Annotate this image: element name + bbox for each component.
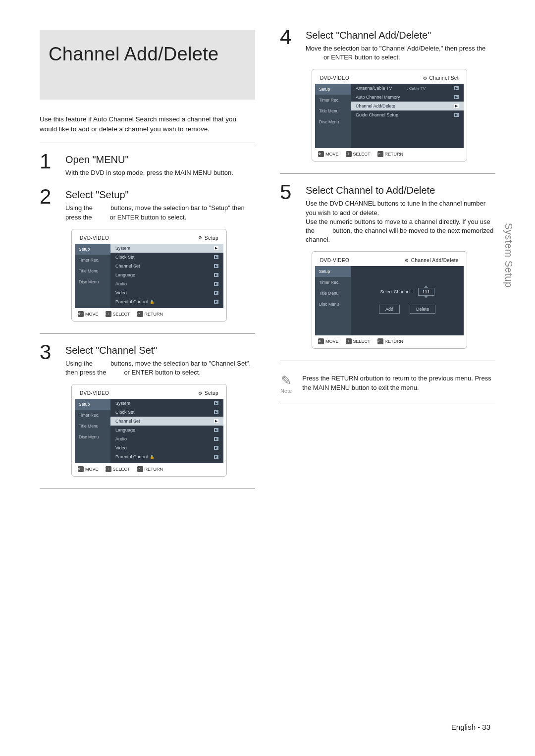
step-desc: Using thebuttons, move the selection bar… xyxy=(65,204,255,221)
osd-side-item[interactable]: Disc Menu xyxy=(75,276,110,287)
osd-side-item[interactable]: Timer Rec. xyxy=(315,277,351,288)
dpad-icon: ✥ xyxy=(78,311,84,317)
chevron-right-icon: ▶ xyxy=(454,104,459,108)
section-tab: System Setup xyxy=(503,223,514,288)
step-desc: With the DVD in stop mode, press the MAI… xyxy=(65,168,255,177)
gear-icon: ⚙ xyxy=(198,235,202,240)
add-button[interactable]: Add xyxy=(379,305,400,314)
osd-side-item[interactable]: Disc Menu xyxy=(315,299,351,310)
chevron-right-icon: ▶ xyxy=(214,300,218,304)
chevron-right-icon: ▶ xyxy=(454,113,459,117)
osd-item-chadddel[interactable]: Channel Add/Delete▶ xyxy=(351,102,464,110)
osd-sidebar: Setup Timer Rec. Title Menu Disc Menu xyxy=(75,244,110,308)
note-label: Note xyxy=(280,388,292,394)
dpad-icon: ✥ xyxy=(318,338,324,344)
osd-item-video[interactable]: Video▶ xyxy=(110,443,223,452)
return-icon: ↩ xyxy=(377,338,383,344)
chevron-right-icon: ▶ xyxy=(214,437,218,441)
channel-number-stepper[interactable]: 111 xyxy=(418,288,434,296)
chevron-right-icon: ▶ xyxy=(214,273,218,277)
osd-side-item[interactable]: Timer Rec. xyxy=(315,95,351,106)
intro-text: Use this feature if Auto Channel Search … xyxy=(40,114,255,134)
osd-item-antenna[interactable]: Antenna/Cable TV: Cable TV▶ xyxy=(351,84,464,93)
gear-icon: ⚙ xyxy=(423,76,427,81)
separator xyxy=(40,333,255,334)
select-icon: ☐ xyxy=(106,466,111,472)
osd-item-system[interactable]: System▶ xyxy=(110,399,223,408)
osd-side-item[interactable]: Title Menu xyxy=(75,266,110,276)
chevron-right-icon: ▶ xyxy=(214,419,218,423)
separator xyxy=(40,488,255,489)
chevron-right-icon: ▶ xyxy=(214,446,218,450)
osd-item-audio[interactable]: Audio▶ xyxy=(110,279,223,288)
osd-item-system[interactable]: System▶ xyxy=(110,244,223,253)
osd-breadcrumb: Setup xyxy=(205,390,218,396)
osd-device: DVD-VIDEO xyxy=(80,390,109,396)
osd-breadcrumb: Setup xyxy=(205,235,218,241)
step-desc: Move the selection bar to "Channel Add/D… xyxy=(306,44,495,62)
osd-item-parental[interactable]: Parental Control🔒▶ xyxy=(110,297,223,306)
gear-icon: ⚙ xyxy=(405,258,409,263)
osd-device: DVD-VIDEO xyxy=(320,75,349,81)
chevron-right-icon: ▶ xyxy=(454,86,459,90)
step-4: 4 Select "Channel Add/Delete" Move the s… xyxy=(280,30,495,164)
chevron-right-icon: ▶ xyxy=(214,401,218,405)
osd-footer: ✥MOVE ☐SELECT ↩RETURN xyxy=(75,308,223,317)
separator xyxy=(40,143,255,143)
page-title: Channel Add/Delete xyxy=(49,44,246,65)
step-number: 1 xyxy=(40,154,56,184)
lock-icon: 🔒 xyxy=(150,300,155,304)
osd-side-item[interactable]: Title Menu xyxy=(315,106,351,116)
osd-item-clock[interactable]: Clock Set▶ xyxy=(110,408,223,417)
osd-side-item[interactable]: Disc Menu xyxy=(315,116,351,127)
osd-item-automem[interactable]: Auto Channel Memory▶ xyxy=(351,93,464,102)
osd-item-audio[interactable]: Audio▶ xyxy=(110,434,223,443)
step-title: Select "Channel Set" xyxy=(65,345,255,356)
osd-item-language[interactable]: Language▶ xyxy=(110,270,223,279)
step-title: Select "Setup" xyxy=(65,189,255,201)
dpad-icon: ✥ xyxy=(78,466,84,472)
osd-side-item[interactable]: Setup xyxy=(315,266,351,277)
osd-footer: ✥MOVE ☐SELECT ↩RETURN xyxy=(75,463,223,472)
osd-side-item[interactable]: Setup xyxy=(75,244,110,255)
lock-icon: 🔒 xyxy=(150,455,155,459)
chevron-right-icon: ▶ xyxy=(214,282,218,286)
osd-side-item[interactable]: Setup xyxy=(75,399,110,410)
step-number: 2 xyxy=(40,189,56,324)
osd-device: DVD-VIDEO xyxy=(320,258,349,263)
osd-channel-add-delete: DVD-VIDEO ⚙Channel Add/Delete Setup Time… xyxy=(312,251,467,349)
step-1: 1 Open "MENU" With the DVD in stop mode,… xyxy=(40,154,255,184)
osd-sidebar: Setup Timer Rec. Title Menu Disc Menu xyxy=(75,399,110,463)
osd-side-item[interactable]: Setup xyxy=(315,84,351,95)
osd-side-item[interactable]: Title Menu xyxy=(315,288,351,299)
osd-side-item[interactable]: Timer Rec. xyxy=(75,410,110,421)
page-title-box: Channel Add/Delete xyxy=(40,30,255,100)
osd-setup-channelset: DVD-VIDEO ⚙Setup Setup Timer Rec. Title … xyxy=(71,384,227,477)
chevron-right-icon: ▶ xyxy=(454,95,459,99)
return-icon: ↩ xyxy=(137,466,143,472)
osd-sidebar: Setup Timer Rec. Title Menu Disc Menu xyxy=(315,84,351,148)
osd-item-channelset[interactable]: Channel Set▶ xyxy=(110,417,223,426)
select-icon: ☐ xyxy=(346,338,352,344)
osd-item-language[interactable]: Language▶ xyxy=(110,426,223,434)
osd-side-item[interactable]: Timer Rec. xyxy=(75,255,110,266)
osd-item-clock[interactable]: Clock Set▶ xyxy=(110,253,223,262)
osd-item-guide[interactable]: Guide Channel Setup▶ xyxy=(351,110,464,119)
chevron-right-icon: ▶ xyxy=(214,291,218,295)
chevron-right-icon: ▶ xyxy=(214,255,218,259)
chevron-right-icon: ▶ xyxy=(214,246,218,250)
osd-side-item[interactable]: Title Menu xyxy=(75,421,110,432)
separator xyxy=(280,361,495,361)
select-icon: ☐ xyxy=(346,151,352,157)
osd-item-parental[interactable]: Parental Control🔒▶ xyxy=(110,452,223,461)
step-2: 2 Select "Setup" Using thebuttons, move … xyxy=(40,189,255,324)
osd-breadcrumb: Channel Add/Delete xyxy=(411,258,459,263)
osd-item-video[interactable]: Video▶ xyxy=(110,288,223,297)
delete-button[interactable]: Delete xyxy=(410,305,435,314)
step-5: 5 Select Channel to Add/Delete Use the D… xyxy=(280,185,495,352)
step-3: 3 Select "Channel Set" Using thebuttons,… xyxy=(40,345,255,480)
select-icon: ☐ xyxy=(106,311,111,317)
osd-item-channelset[interactable]: Channel Set▶ xyxy=(110,262,223,270)
separator xyxy=(280,173,495,174)
osd-side-item[interactable]: Disc Menu xyxy=(75,432,110,442)
